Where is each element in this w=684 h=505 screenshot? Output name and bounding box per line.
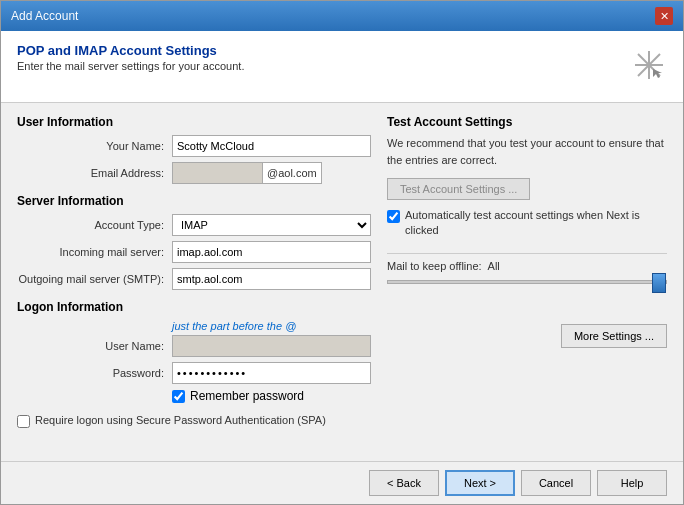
password-label: Password: (17, 367, 172, 379)
outgoing-server-input[interactable] (172, 268, 371, 290)
email-address-label: Email Address: (17, 167, 172, 179)
remember-password-row: Remember password (172, 389, 371, 403)
remember-password-label[interactable]: Remember password (190, 389, 304, 403)
your-name-label: Your Name: (17, 140, 172, 152)
offline-slider-track (387, 280, 667, 284)
spa-label[interactable]: Require logon using Secure Password Auth… (35, 413, 326, 428)
outgoing-server-label: Outgoing mail server (SMTP): (17, 273, 172, 285)
password-row: Password: (17, 362, 371, 384)
right-panel: Test Account Settings We recommend that … (387, 115, 667, 449)
help-button[interactable]: Help (597, 470, 667, 496)
logon-information-label: Logon Information (17, 300, 371, 314)
mail-offline-row: Mail to keep offline: All (387, 260, 667, 272)
header-heading: POP and IMAP Account Settings (17, 43, 244, 58)
username-input[interactable] (172, 335, 371, 357)
svg-marker-4 (653, 69, 662, 78)
auto-test-row: Automatically test account settings when… (387, 208, 667, 239)
email-suffix-display: @aol.com (262, 162, 322, 184)
your-name-row: Your Name: (17, 135, 371, 157)
settings-icon (631, 47, 667, 90)
spa-row: Require logon using Secure Password Auth… (17, 413, 371, 428)
outgoing-server-row: Outgoing mail server (SMTP): (17, 268, 371, 290)
spa-checkbox[interactable] (17, 415, 30, 428)
more-settings-button[interactable]: More Settings ... (561, 324, 667, 348)
username-label: User Name: (17, 340, 172, 352)
cancel-button[interactable]: Cancel (521, 470, 591, 496)
back-button[interactable]: < Back (369, 470, 439, 496)
title-bar: Add Account ✕ (1, 1, 683, 31)
auto-test-checkbox[interactable] (387, 210, 400, 223)
email-address-row: Email Address: @aol.com (17, 162, 371, 184)
test-settings-title: Test Account Settings (387, 115, 667, 129)
offline-slider-thumb[interactable] (652, 273, 666, 293)
dialog-title: Add Account (11, 9, 78, 23)
offline-slider-container (387, 280, 667, 284)
header-subtext: Enter the mail server settings for your … (17, 60, 244, 72)
left-panel: User Information Your Name: Email Addres… (17, 115, 371, 449)
incoming-server-row: Incoming mail server: (17, 241, 371, 263)
account-type-label: Account Type: (17, 219, 172, 231)
header-text: POP and IMAP Account Settings Enter the … (17, 43, 244, 72)
account-type-select[interactable]: IMAP POP3 (172, 214, 371, 236)
divider (387, 253, 667, 254)
email-prefix-input[interactable] (172, 162, 262, 184)
account-type-row: Account Type: IMAP POP3 (17, 214, 371, 236)
your-name-input[interactable] (172, 135, 371, 157)
server-information-label: Server Information (17, 194, 371, 208)
mail-offline-value: All (488, 260, 500, 272)
header-section: POP and IMAP Account Settings Enter the … (1, 31, 683, 103)
user-information-label: User Information (17, 115, 371, 129)
add-account-dialog: Add Account ✕ POP and IMAP Account Setti… (0, 0, 684, 505)
mail-offline-label: Mail to keep offline: (387, 260, 482, 272)
username-row: User Name: (17, 335, 371, 357)
test-account-settings-button[interactable]: Test Account Settings ... (387, 178, 530, 200)
password-input[interactable] (172, 362, 371, 384)
next-button[interactable]: Next > (445, 470, 515, 496)
username-hint: just the part before the @ (172, 320, 371, 332)
remember-password-checkbox[interactable] (172, 390, 185, 403)
test-settings-desc: We recommend that you test your account … (387, 135, 667, 168)
auto-test-label[interactable]: Automatically test account settings when… (405, 208, 667, 239)
main-content: User Information Your Name: Email Addres… (1, 103, 683, 461)
footer: < Back Next > Cancel Help (1, 461, 683, 504)
incoming-server-input[interactable] (172, 241, 371, 263)
close-button[interactable]: ✕ (655, 7, 673, 25)
incoming-server-label: Incoming mail server: (17, 246, 172, 258)
